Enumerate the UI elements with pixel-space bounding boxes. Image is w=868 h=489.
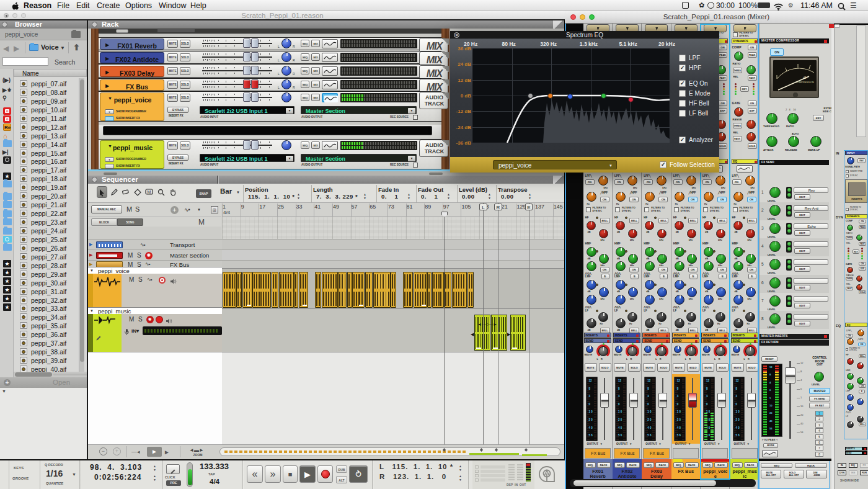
svg-text:M: M	[148, 190, 151, 194]
